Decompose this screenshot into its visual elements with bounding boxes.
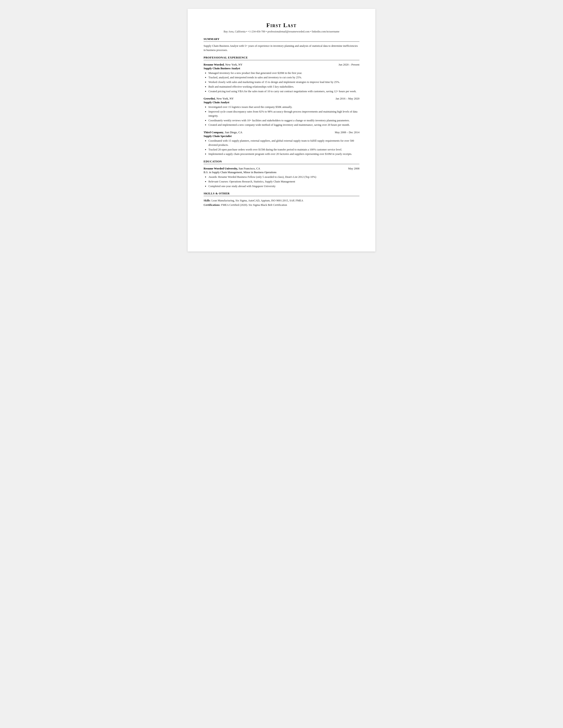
list-item: Completed one-year study abroad with Sin… (203, 184, 360, 188)
resume-header: First Last Bay Area, California • +1-234… (203, 22, 360, 33)
job-company-3: Third Company, San Diego, CA (203, 130, 242, 134)
list-item: Relevant Courses: Operations Research, S… (203, 180, 360, 184)
contact-info: Bay Area, California • +1-234-456-789 • … (203, 30, 360, 33)
skills-text-2: : FMEA Certified (2020). Six Sigma Black… (220, 203, 287, 206)
edu-header-1: Resume Worded University, San Francisco,… (203, 166, 360, 170)
skills-text-1: : Lean Manufacturing, Six Sigma, AutoCAD… (210, 199, 303, 202)
job-entry-3: Third Company, San Diego, CA May 2008 – … (203, 130, 360, 156)
job-title-3: Supply Chain Specialist (203, 135, 360, 138)
job-bullets-3: Coordinated with 15 supply planners, ext… (203, 139, 360, 156)
job-company-suffix-2: , New York, NY (215, 97, 234, 100)
experience-title: Professional Experience (203, 56, 360, 60)
skills-line-2: Certifications: FMEA Certified (2020). S… (203, 203, 360, 207)
list-item: Tracked 20 open purchase orders worth ov… (203, 148, 360, 152)
list-item: Created pricing tool using VBA for the s… (203, 89, 360, 94)
summary-text: Supply Chain Business Analyst with 5+ ye… (203, 44, 360, 52)
job-title-1: Supply Chain Business Analyst (203, 67, 360, 70)
job-title-2: Supply Chain Analyst (203, 101, 360, 104)
job-dates-3: May 2008 – Dec 2014 (335, 131, 360, 134)
job-dates-2: Jan 2016 – May 2020 (336, 97, 360, 100)
list-item: Worked closely with sales and marketing … (203, 80, 360, 84)
job-company-suffix-3: , San Diego, CA (223, 131, 242, 134)
experience-section: Professional Experience Resume Worded, N… (203, 56, 360, 156)
list-item: Coordinated with 15 supply planners, ext… (203, 139, 360, 147)
list-item: Created and implemented a new company-wi… (203, 123, 360, 127)
job-dates-1: Jun 2020 – Present (339, 63, 360, 66)
job-entry-1: Resume Worded, New York, NY Jun 2020 – P… (203, 62, 360, 94)
edu-school-suffix: San Francisco, CA (238, 167, 260, 170)
candidate-name: First Last (203, 22, 360, 29)
list-item: Coordinately weekly reviews with 10+ fac… (203, 118, 360, 123)
job-company-suffix-1: , New York, NY (224, 63, 242, 66)
job-company-name-2: Growthsi (203, 97, 215, 100)
job-header-2: Growthsi, New York, NY Jan 2016 – May 20… (203, 96, 360, 100)
education-title: Education (203, 160, 360, 164)
list-item: Managed inventory for a new product line… (203, 71, 360, 75)
edu-school-name: Resume Worded University, (203, 167, 238, 170)
education-section: Education Resume Worded University, San … (203, 160, 360, 188)
job-company-name-3: Third Company (203, 131, 223, 134)
list-item: Awards: Resume Worded Business Fellow (o… (203, 175, 360, 179)
summary-title: Summary (203, 37, 360, 42)
skills-section: Skills & Other Skills: Lean Manufacturin… (203, 192, 360, 207)
edu-bullets-1: Awards: Resume Worded Business Fellow (o… (203, 175, 360, 188)
list-item: Improved cycle count discrepancy rates f… (203, 110, 360, 118)
job-company-1: Resume Worded, New York, NY (203, 62, 242, 66)
list-item: Built and maintained effective working r… (203, 85, 360, 89)
job-bullets-2: Investigated over 15 logistics issues th… (203, 105, 360, 127)
edu-school-1: Resume Worded University, San Francisco,… (203, 166, 260, 170)
summary-section: Summary Supply Chain Business Analyst wi… (203, 37, 360, 52)
skills-label-2: Certifications (203, 203, 220, 206)
skills-title: Skills & Other (203, 192, 360, 196)
job-company-name-1: Resume Worded (203, 63, 224, 66)
list-item: Investigated over 15 logistics issues th… (203, 105, 360, 109)
edu-degree-1: B.S. in Supply Chain Management, Minor i… (203, 171, 360, 174)
job-company-2: Growthsi, New York, NY (203, 96, 233, 100)
job-header-3: Third Company, San Diego, CA May 2008 – … (203, 130, 360, 134)
skills-label-1: Skills (203, 199, 210, 202)
resume-page: First Last Bay Area, California • +1-234… (188, 9, 375, 251)
list-item: Tracked, analyzed, and interpreted trend… (203, 75, 360, 80)
edu-date-1: May 2008 (348, 167, 360, 170)
skills-line-1: Skills: Lean Manufacturing, Six Sigma, A… (203, 198, 360, 203)
list-item: Implemented a supply chain procurement p… (203, 152, 360, 156)
job-entry-2: Growthsi, New York, NY Jan 2016 – May 20… (203, 96, 360, 127)
edu-entry-1: Resume Worded University, San Francisco,… (203, 166, 360, 188)
job-header-1: Resume Worded, New York, NY Jun 2020 – P… (203, 62, 360, 66)
job-bullets-1: Managed inventory for a new product line… (203, 71, 360, 94)
